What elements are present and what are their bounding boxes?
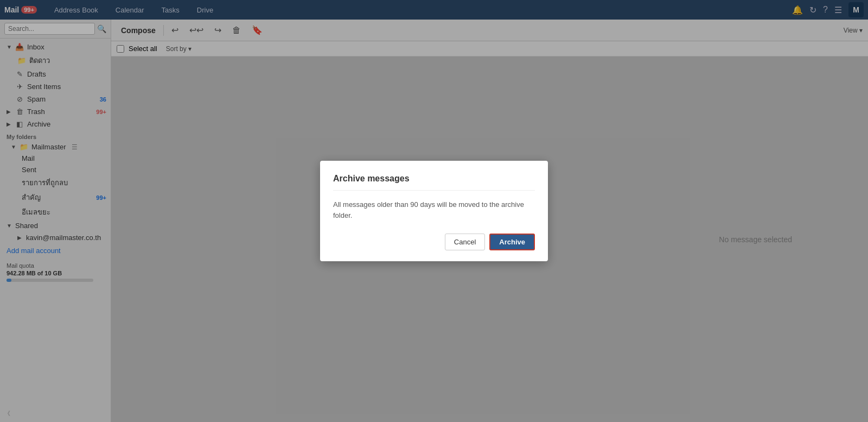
cancel-button[interactable]: Cancel xyxy=(445,234,485,250)
archive-modal: Archive messages All messages older than… xyxy=(320,161,548,261)
modal-body: All messages older than 90 days will be … xyxy=(333,199,535,221)
modal-title: Archive messages xyxy=(333,174,535,191)
modal-overlay[interactable]: Archive messages All messages older than… xyxy=(0,0,868,422)
modal-footer: Cancel Archive xyxy=(333,234,535,250)
archive-button[interactable]: Archive xyxy=(489,234,535,250)
